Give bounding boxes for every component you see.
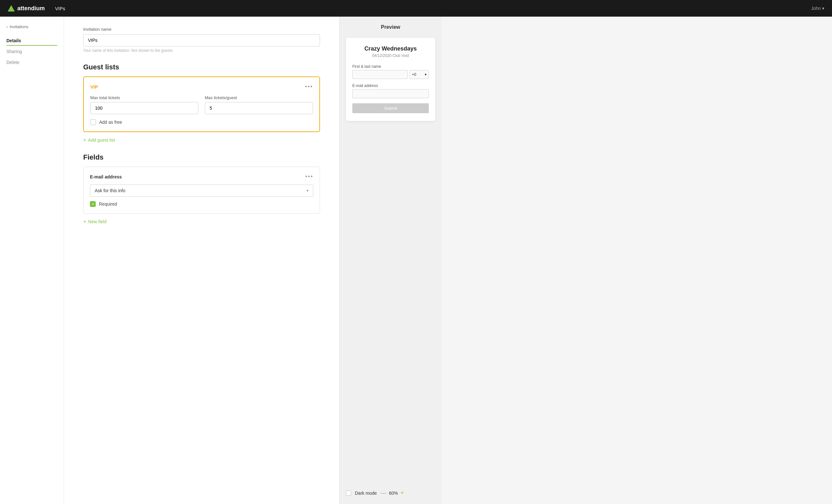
zoom-out-button[interactable]: — bbox=[381, 489, 386, 496]
max-total-field: Max total tickets bbox=[90, 95, 199, 114]
preview-submit-button[interactable]: Submit bbox=[352, 103, 429, 113]
dropdown-value: Ask for this info bbox=[95, 188, 125, 193]
sidebar-item-sharing[interactable]: Sharing bbox=[6, 46, 57, 57]
preview-event-subtitle: 04/12/2020 Club Void bbox=[352, 53, 429, 58]
page-title: VIPs bbox=[55, 6, 65, 11]
email-field-header: E-mail address ••• bbox=[90, 173, 313, 180]
ticket-fields: Max total tickets Max tickets/guest bbox=[90, 95, 313, 114]
checkmark-icon: ✓ bbox=[92, 202, 95, 206]
guest-lists-title: Guest lists bbox=[83, 63, 320, 71]
new-field-plus-icon: + bbox=[83, 219, 86, 224]
add-guest-list-label: Add guest list bbox=[88, 138, 115, 143]
user-chevron-icon: ▾ bbox=[822, 6, 824, 11]
add-plus-icon: + bbox=[83, 137, 86, 143]
invitation-name-hint: Your name of this invitation. Not shown … bbox=[83, 48, 320, 53]
header-left: attendium VIPs bbox=[8, 5, 65, 12]
user-name: John bbox=[811, 6, 821, 11]
preview-email-input[interactable] bbox=[352, 89, 429, 98]
add-as-free-label: Add as free bbox=[99, 120, 122, 125]
zoom-controls: — 60% + bbox=[381, 489, 404, 496]
vip-card-header: VIP ••• bbox=[90, 83, 313, 90]
preview-email-field: E-mail address bbox=[352, 83, 429, 98]
required-label: Required bbox=[99, 201, 117, 206]
invitation-name-label: Invitation name bbox=[83, 27, 320, 32]
preview-name-field: First & last name +0 ▾ bbox=[352, 64, 429, 79]
preview-panel: Preview Crazy Wednesdays 04/12/2020 Club… bbox=[339, 17, 442, 504]
dark-mode-label: Dark mode bbox=[355, 491, 376, 496]
new-field-button[interactable]: + New field bbox=[83, 219, 320, 224]
max-per-guest-input[interactable] bbox=[205, 102, 313, 114]
preview-name-row: +0 ▾ bbox=[352, 70, 429, 79]
logo: attendium bbox=[8, 5, 45, 12]
sidebar-item-details[interactable]: Details bbox=[6, 35, 57, 46]
required-checkbox[interactable]: ✓ bbox=[90, 201, 96, 207]
preview-card: Crazy Wednesdays 04/12/2020 Club Void Fi… bbox=[346, 38, 435, 121]
layout: ‹ Invitations Details Sharing Delete Inv… bbox=[0, 17, 832, 504]
preview-controls: Dark mode — 60% + bbox=[346, 489, 404, 496]
email-field-title: E-mail address bbox=[90, 174, 122, 179]
sidebar: ‹ Invitations Details Sharing Delete bbox=[0, 17, 64, 504]
sidebar-item-delete[interactable]: Delete bbox=[6, 57, 57, 67]
max-total-input[interactable] bbox=[90, 102, 199, 114]
preview-quantity-value: +0 bbox=[412, 72, 416, 77]
add-guest-list-button[interactable]: + Add guest list bbox=[83, 137, 320, 143]
app-name: attendium bbox=[17, 5, 45, 12]
email-field-more-options[interactable]: ••• bbox=[305, 173, 313, 180]
preview-quantity-select[interactable]: +0 ▾ bbox=[410, 70, 429, 79]
vip-card-title: VIP bbox=[90, 84, 98, 89]
email-field-card: E-mail address ••• Ask for this info ▾ ✓… bbox=[83, 167, 320, 214]
new-field-label: New field bbox=[88, 219, 107, 224]
preview-quantity-arrow: ▾ bbox=[425, 72, 426, 77]
header: attendium VIPs John ▾ bbox=[0, 0, 832, 17]
back-arrow-icon: ‹ bbox=[6, 25, 8, 29]
dropdown-arrow-icon: ▾ bbox=[307, 188, 309, 193]
vip-more-options[interactable]: ••• bbox=[305, 83, 313, 90]
zoom-in-button[interactable]: + bbox=[401, 489, 404, 496]
preview-title: Preview bbox=[381, 24, 400, 30]
preview-name-input[interactable] bbox=[352, 70, 408, 79]
vip-card: VIP ••• Max total tickets Max tickets/gu… bbox=[83, 77, 320, 132]
max-total-label: Max total tickets bbox=[90, 95, 199, 100]
required-row: ✓ Required bbox=[90, 201, 313, 207]
back-link-label: Invitations bbox=[9, 24, 28, 29]
logo-icon bbox=[8, 5, 15, 11]
preview-email-label: E-mail address bbox=[352, 83, 429, 88]
user-menu[interactable]: John ▾ bbox=[811, 6, 824, 11]
ask-for-info-dropdown[interactable]: Ask for this info ▾ bbox=[90, 185, 313, 197]
dark-mode-checkbox[interactable] bbox=[346, 491, 351, 496]
preview-event-title: Crazy Wednesdays bbox=[352, 46, 429, 52]
preview-name-label: First & last name bbox=[352, 64, 429, 69]
invitation-name-input[interactable] bbox=[83, 34, 320, 46]
fields-title: Fields bbox=[83, 153, 320, 162]
back-link[interactable]: ‹ Invitations bbox=[6, 24, 57, 29]
add-as-free-row: Add as free bbox=[90, 119, 313, 125]
max-per-guest-field: Max tickets/guest bbox=[205, 95, 313, 114]
sidebar-nav: Details Sharing Delete bbox=[6, 35, 57, 67]
add-as-free-checkbox[interactable] bbox=[90, 119, 96, 125]
main-content: Invitation name Your name of this invita… bbox=[64, 17, 339, 504]
zoom-value: 60% bbox=[389, 491, 398, 496]
max-per-guest-label: Max tickets/guest bbox=[205, 95, 313, 100]
